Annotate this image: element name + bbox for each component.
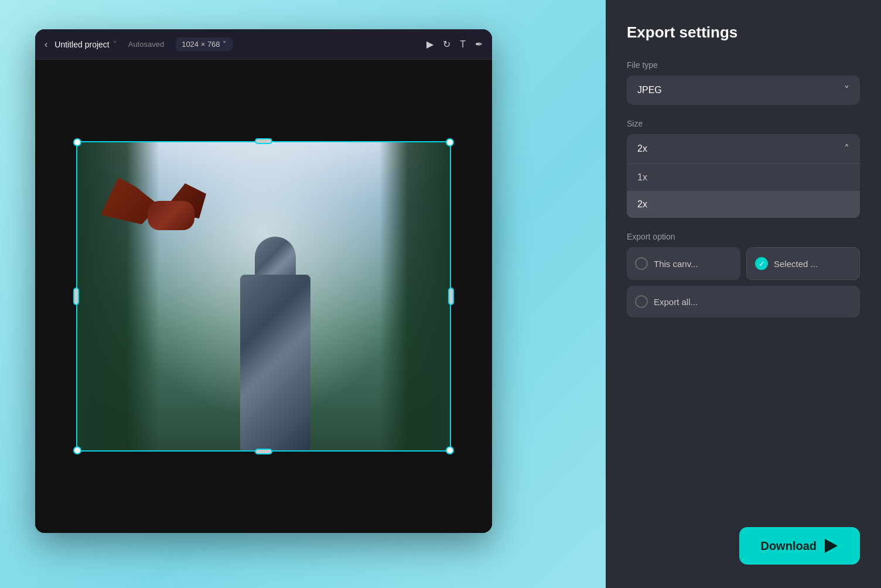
canvas-size[interactable]: 1024 × 768 ˅ [176,37,232,51]
option-all-label: Export all... [654,297,698,307]
download-label: Download [760,539,817,553]
handle-top-mid[interactable] [255,138,272,144]
file-type-chevron-icon: ˅ [844,84,849,97]
option-selected-radio: ✓ [755,257,768,270]
size-label: Size [627,119,860,128]
size-value: 2x [637,143,647,154]
handle-bottom-right[interactable] [446,446,454,454]
pen-tool[interactable]: ✒ [475,39,483,50]
size-section: Size 2x ˄ 1x 2x [627,119,860,218]
project-title-chevron[interactable]: ˅ [113,40,117,49]
handle-bottom-mid[interactable] [255,449,272,454]
size-option-2x[interactable]: 2x [627,191,860,218]
option-all-radio [635,295,648,308]
export-panel: Export settings File type JPEG ˅ Size 2x… [606,0,881,588]
size-options-list: 1x 2x [627,164,860,218]
text-tool[interactable]: T [460,39,466,50]
download-arrow-icon [822,538,839,554]
file-type-label: File type [627,60,860,70]
option-canvas-label: This canv... [654,259,698,269]
dragon [101,177,206,248]
handle-top-right[interactable] [446,138,454,146]
back-button[interactable]: ‹ [45,39,47,50]
file-type-section: File type JPEG ˅ [627,60,860,105]
handle-mid-right[interactable] [448,288,454,305]
file-type-dropdown[interactable]: JPEG ˅ [627,76,860,105]
selected-image[interactable] [76,141,451,452]
canvas-size-value: 1024 × 768 [182,40,220,49]
export-options-grid: This canv... ✓ Selected ... [627,247,860,280]
canvas-size-chevron: ˅ [223,40,227,49]
export-option-section: Export option This canv... ✓ Selected ..… [627,232,860,317]
svg-marker-0 [825,539,838,553]
size-dropdown[interactable]: 2x ˄ [627,134,860,164]
option-this-canvas[interactable]: This canv... [627,247,740,280]
handle-mid-left[interactable] [73,288,79,305]
handle-top-left[interactable] [73,138,81,146]
option-export-all[interactable]: Export all... [627,286,860,317]
canvas-scene [77,142,450,450]
trees-right [380,142,450,450]
autosaved-label: Autosaved [128,40,164,49]
knight-body [240,275,310,450]
download-button[interactable]: Download [739,527,860,565]
canvas-content [35,60,492,533]
size-chevron-icon: ˄ [844,142,849,155]
export-option-label: Export option [627,232,860,241]
option-selected-label: Selected ... [774,259,818,269]
option-canvas-radio [635,257,648,270]
project-title: Untitled project [54,40,109,49]
toolbar-tools: ▶ ↻ T ✒ [426,39,483,50]
file-type-value: JPEG [637,85,662,95]
knight [217,228,334,450]
select-tool[interactable]: ▶ [426,39,433,50]
option-selected[interactable]: ✓ Selected ... [746,247,860,280]
size-option-1x[interactable]: 1x [627,164,860,191]
project-title-container: Untitled project ˅ [54,40,116,49]
handle-bottom-left[interactable] [73,446,81,454]
rotate-tool[interactable]: ↻ [443,39,450,50]
toolbar: ‹ Untitled project ˅ Autosaved 1024 × 76… [35,29,492,60]
download-area: Download [627,527,860,565]
dragon-body [148,201,194,230]
export-panel-title: Export settings [627,23,860,42]
canvas-app: ‹ Untitled project ˅ Autosaved 1024 × 76… [35,29,492,533]
